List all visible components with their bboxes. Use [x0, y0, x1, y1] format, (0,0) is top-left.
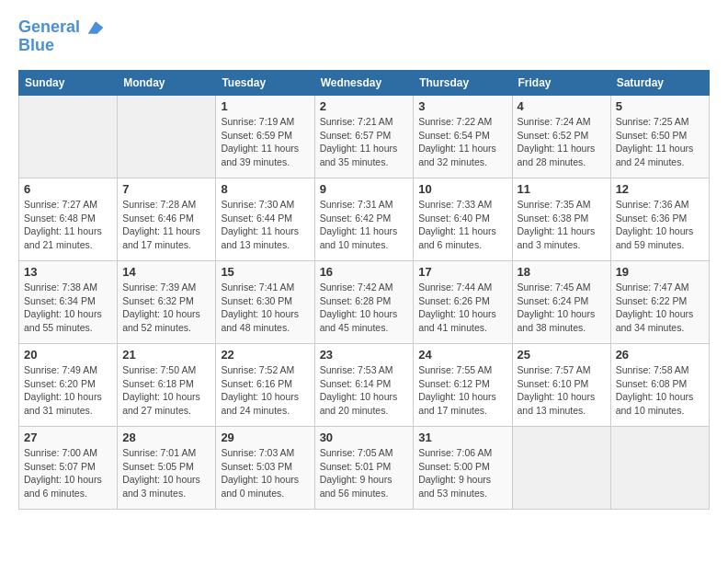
day-info: Sunrise: 7:45 AM Sunset: 6:24 PM Dayligh…	[518, 281, 606, 335]
day-number: 14	[122, 265, 210, 279]
day-info: Sunrise: 7:39 AM Sunset: 6:32 PM Dayligh…	[122, 281, 210, 335]
day-info: Sunrise: 7:52 AM Sunset: 6:16 PM Dayligh…	[221, 363, 309, 418]
calendar-cell: 14Sunrise: 7:39 AM Sunset: 6:32 PM Dayli…	[118, 261, 216, 344]
day-info: Sunrise: 7:24 AM Sunset: 6:52 PM Dayligh…	[518, 115, 606, 169]
calendar-cell: 11Sunrise: 7:35 AM Sunset: 6:38 PM Dayli…	[512, 178, 610, 261]
day-info: Sunrise: 7:05 AM Sunset: 5:01 PM Dayligh…	[320, 446, 409, 500]
day-info: Sunrise: 7:41 AM Sunset: 6:30 PM Dayligh…	[221, 281, 309, 335]
day-info: Sunrise: 7:36 AM Sunset: 6:36 PM Dayligh…	[616, 198, 704, 252]
day-number: 30	[320, 431, 409, 444]
weekday-header: Friday	[512, 71, 610, 96]
calendar-cell: 4Sunrise: 7:24 AM Sunset: 6:52 PM Daylig…	[512, 96, 610, 178]
day-number: 4	[518, 99, 606, 113]
logo-text2: Blue	[18, 37, 105, 55]
day-info: Sunrise: 7:58 AM Sunset: 6:08 PM Dayligh…	[616, 363, 704, 418]
day-info: Sunrise: 7:22 AM Sunset: 6:54 PM Dayligh…	[418, 115, 506, 169]
day-number: 20	[24, 348, 112, 362]
day-info: Sunrise: 7:21 AM Sunset: 6:57 PM Dayligh…	[320, 115, 409, 169]
day-number: 3	[418, 99, 506, 113]
weekday-header: Tuesday	[216, 71, 314, 96]
calendar-cell: 18Sunrise: 7:45 AM Sunset: 6:24 PM Dayli…	[512, 261, 610, 344]
calendar-cell: 28Sunrise: 7:01 AM Sunset: 5:05 PM Dayli…	[118, 427, 216, 510]
calendar-cell: 17Sunrise: 7:44 AM Sunset: 6:26 PM Dayli…	[414, 261, 512, 344]
day-number: 23	[320, 348, 409, 362]
day-number: 9	[320, 182, 409, 196]
calendar-cell: 12Sunrise: 7:36 AM Sunset: 6:36 PM Dayli…	[610, 178, 709, 261]
calendar-cell: 15Sunrise: 7:41 AM Sunset: 6:30 PM Dayli…	[216, 261, 314, 344]
day-info: Sunrise: 7:44 AM Sunset: 6:26 PM Dayligh…	[418, 281, 506, 335]
calendar-cell: 23Sunrise: 7:53 AM Sunset: 6:14 PM Dayli…	[314, 344, 414, 427]
calendar-cell: 7Sunrise: 7:28 AM Sunset: 6:46 PM Daylig…	[118, 178, 216, 261]
day-number: 8	[221, 182, 309, 196]
calendar-cell: 29Sunrise: 7:03 AM Sunset: 5:03 PM Dayli…	[216, 427, 314, 510]
calendar-cell: 30Sunrise: 7:05 AM Sunset: 5:01 PM Dayli…	[314, 427, 414, 510]
weekday-header: Saturday	[610, 71, 709, 96]
weekday-header: Wednesday	[314, 71, 414, 96]
day-info: Sunrise: 7:33 AM Sunset: 6:40 PM Dayligh…	[418, 198, 506, 252]
calendar-week-row: 13Sunrise: 7:38 AM Sunset: 6:34 PM Dayli…	[19, 261, 710, 344]
calendar-cell: 27Sunrise: 7:00 AM Sunset: 5:07 PM Dayli…	[19, 427, 118, 510]
day-info: Sunrise: 7:47 AM Sunset: 6:22 PM Dayligh…	[616, 281, 704, 335]
day-number: 31	[418, 431, 506, 444]
day-number: 17	[418, 265, 506, 279]
calendar-cell	[118, 96, 216, 178]
day-info: Sunrise: 7:57 AM Sunset: 6:10 PM Dayligh…	[518, 363, 606, 418]
calendar-cell: 6Sunrise: 7:27 AM Sunset: 6:48 PM Daylig…	[19, 178, 118, 261]
calendar-cell: 10Sunrise: 7:33 AM Sunset: 6:40 PM Dayli…	[414, 178, 512, 261]
calendar-cell: 20Sunrise: 7:49 AM Sunset: 6:20 PM Dayli…	[19, 344, 118, 427]
day-number: 26	[616, 348, 704, 362]
calendar-cell: 26Sunrise: 7:58 AM Sunset: 6:08 PM Dayli…	[610, 344, 709, 427]
day-info: Sunrise: 7:25 AM Sunset: 6:50 PM Dayligh…	[616, 115, 704, 169]
day-number: 13	[24, 265, 112, 279]
calendar-cell: 21Sunrise: 7:50 AM Sunset: 6:18 PM Dayli…	[118, 344, 216, 427]
day-number: 6	[24, 182, 112, 196]
day-number: 18	[518, 265, 606, 279]
calendar-cell: 19Sunrise: 7:47 AM Sunset: 6:22 PM Dayli…	[610, 261, 709, 344]
calendar-cell: 8Sunrise: 7:30 AM Sunset: 6:44 PM Daylig…	[216, 178, 314, 261]
calendar-cell: 2Sunrise: 7:21 AM Sunset: 6:57 PM Daylig…	[314, 96, 414, 178]
page-header: General Blue	[18, 18, 710, 55]
weekday-header: Monday	[118, 71, 216, 96]
day-info: Sunrise: 7:19 AM Sunset: 6:59 PM Dayligh…	[221, 115, 309, 169]
day-number: 28	[122, 431, 210, 444]
day-info: Sunrise: 7:42 AM Sunset: 6:28 PM Dayligh…	[320, 281, 409, 335]
day-number: 27	[24, 431, 112, 444]
day-number: 1	[221, 99, 309, 113]
calendar-week-row: 20Sunrise: 7:49 AM Sunset: 6:20 PM Dayli…	[19, 344, 710, 427]
day-number: 16	[320, 265, 409, 279]
day-number: 2	[320, 99, 409, 113]
day-info: Sunrise: 7:06 AM Sunset: 5:00 PM Dayligh…	[418, 446, 506, 500]
day-info: Sunrise: 7:38 AM Sunset: 6:34 PM Dayligh…	[24, 281, 112, 335]
day-info: Sunrise: 7:31 AM Sunset: 6:42 PM Dayligh…	[320, 198, 409, 252]
day-number: 29	[221, 431, 309, 444]
day-number: 10	[418, 182, 506, 196]
calendar-header: SundayMondayTuesdayWednesdayThursdayFrid…	[19, 71, 710, 96]
calendar-week-row: 27Sunrise: 7:00 AM Sunset: 5:07 PM Dayli…	[19, 427, 710, 510]
calendar-cell: 31Sunrise: 7:06 AM Sunset: 5:00 PM Dayli…	[414, 427, 512, 510]
calendar-cell	[610, 427, 709, 510]
calendar-cell: 22Sunrise: 7:52 AM Sunset: 6:16 PM Dayli…	[216, 344, 314, 427]
calendar-cell: 3Sunrise: 7:22 AM Sunset: 6:54 PM Daylig…	[414, 96, 512, 178]
day-number: 7	[122, 182, 210, 196]
calendar-cell: 5Sunrise: 7:25 AM Sunset: 6:50 PM Daylig…	[610, 96, 709, 178]
day-info: Sunrise: 7:03 AM Sunset: 5:03 PM Dayligh…	[221, 446, 309, 500]
day-info: Sunrise: 7:30 AM Sunset: 6:44 PM Dayligh…	[221, 198, 309, 252]
calendar-table: SundayMondayTuesdayWednesdayThursdayFrid…	[18, 70, 710, 510]
day-number: 22	[221, 348, 309, 362]
weekday-header: Thursday	[414, 71, 512, 96]
day-info: Sunrise: 7:53 AM Sunset: 6:14 PM Dayligh…	[320, 363, 409, 418]
day-number: 11	[518, 182, 606, 196]
calendar-week-row: 6Sunrise: 7:27 AM Sunset: 6:48 PM Daylig…	[19, 178, 710, 261]
day-number: 24	[418, 348, 506, 362]
day-number: 12	[616, 182, 704, 196]
logo-text: General	[18, 18, 105, 37]
day-info: Sunrise: 7:00 AM Sunset: 5:07 PM Dayligh…	[24, 446, 112, 500]
logo: General Blue	[18, 18, 105, 55]
day-info: Sunrise: 7:35 AM Sunset: 6:38 PM Dayligh…	[518, 198, 606, 252]
calendar-cell	[512, 427, 610, 510]
day-number: 25	[518, 348, 606, 362]
day-info: Sunrise: 7:28 AM Sunset: 6:46 PM Dayligh…	[122, 198, 210, 252]
calendar-cell: 13Sunrise: 7:38 AM Sunset: 6:34 PM Dayli…	[19, 261, 118, 344]
calendar-week-row: 1Sunrise: 7:19 AM Sunset: 6:59 PM Daylig…	[19, 96, 710, 178]
day-number: 5	[616, 99, 704, 113]
